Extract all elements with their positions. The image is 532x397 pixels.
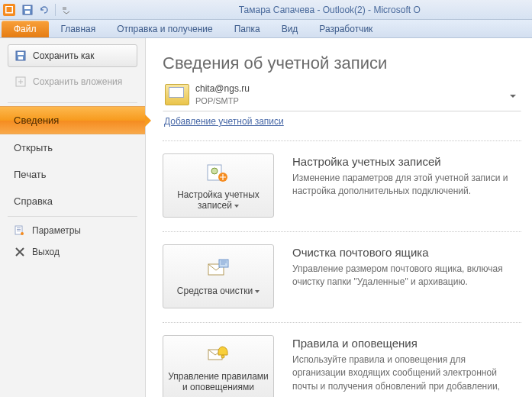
section-description: Изменение параметров для этой учетной за…: [292, 172, 521, 198]
svg-point-18: [221, 355, 224, 358]
rules-icon: [205, 344, 231, 366]
dropdown-caret-icon: [255, 290, 260, 293]
cleanup-tools-button[interactable]: Средства очистки: [163, 244, 274, 308]
svg-point-11: [21, 232, 24, 235]
account-text: chita@ngs.ru POP/SMTP: [195, 83, 250, 106]
title-bar: Тамара Сапачева - Outlook(2) - Microsoft…: [0, 0, 532, 20]
section-divider-1: [163, 140, 521, 141]
tab-file[interactable]: Файл: [2, 21, 49, 37]
qat-divider: [55, 4, 56, 16]
svg-rect-4: [18, 52, 24, 55]
attachment-icon: [15, 76, 27, 88]
options-label: Параметры: [32, 225, 81, 236]
section-title: Очистка почтового ящика: [292, 246, 521, 259]
section-divider-2: [163, 231, 521, 232]
sidebar-item-help[interactable]: Справка: [0, 188, 145, 215]
chevron-down-icon: [60, 4, 73, 16]
tab-home[interactable]: Главная: [50, 20, 107, 37]
backstage-view: Сохранить как Сохранить вложения Сведени…: [0, 38, 532, 397]
section-description: Используйте правила и оповещения для орг…: [292, 353, 521, 397]
svg-point-13: [211, 168, 218, 174]
svg-rect-9: [17, 229, 21, 230]
exit-icon: [14, 246, 26, 258]
section-rules: Управление правилами и оповещениями Прав…: [163, 335, 521, 397]
sidebar-item-print[interactable]: Печать: [0, 161, 145, 188]
window-title: Тамара Сапачева - Outlook(2) - Microsoft…: [239, 5, 421, 15]
svg-rect-16: [219, 260, 228, 267]
save-as-label: Сохранить как: [33, 50, 94, 61]
account-settings-icon: [205, 162, 231, 185]
options-icon: [14, 224, 26, 237]
undo-icon: [38, 4, 50, 16]
cleanup-icon: [205, 258, 231, 281]
tab-view[interactable]: Вид: [271, 20, 309, 37]
sidebar-divider-1: [8, 102, 137, 103]
exit-label: Выход: [32, 247, 60, 257]
account-settings-button[interactable]: Настройка учетных записей: [163, 153, 274, 218]
svg-rect-2: [25, 11, 30, 14]
outlook-app-icon: [3, 4, 15, 16]
qat-undo-button[interactable]: [37, 2, 52, 18]
tab-folder[interactable]: Папка: [224, 20, 271, 37]
account-selector[interactable]: chita@ngs.ru POP/SMTP: [163, 81, 521, 111]
page-title: Сведения об учетной записи: [163, 53, 521, 73]
save-icon: [21, 4, 34, 16]
save-attachments-button: Сохранить вложения: [8, 70, 137, 93]
dropdown-caret-icon: [234, 205, 239, 208]
ribbon-tabs: Файл Главная Отправка и получение Папка …: [0, 20, 532, 38]
account-email: chita@ngs.ru: [195, 83, 250, 95]
account-protocol: POP/SMTP: [195, 95, 250, 106]
section-account-settings: Настройка учетных записей Настройка учет…: [163, 153, 521, 218]
backstage-content: Сведения об учетной записи chita@ngs.ru …: [146, 38, 532, 397]
backstage-sidebar: Сохранить как Сохранить вложения Сведени…: [0, 38, 146, 397]
qat-customize-button[interactable]: [59, 2, 74, 18]
account-settings-button-label: Настройка учетных записей: [168, 189, 269, 211]
account-folder-icon: [165, 84, 189, 105]
save-attachments-label: Сохранить вложения: [33, 76, 122, 87]
section-description: Управление размером почтового ящика, вкл…: [292, 263, 521, 289]
save-as-icon: [15, 50, 27, 62]
add-account-link[interactable]: Добавление учетной записи: [164, 116, 284, 127]
save-as-button[interactable]: Сохранить как: [8, 44, 137, 67]
rules-button-label: Управление правилами и оповещениями: [168, 371, 269, 392]
sidebar-item-info[interactable]: Сведения: [0, 106, 145, 134]
tab-developer[interactable]: Разработчик: [308, 20, 383, 37]
svg-rect-10: [17, 231, 21, 231]
svg-rect-5: [18, 56, 23, 60]
section-cleanup: Средства очистки Очистка почтового ящика…: [163, 244, 521, 308]
sidebar-item-options[interactable]: Параметры: [0, 220, 145, 241]
rules-alerts-button[interactable]: Управление правилами и оповещениями: [163, 335, 274, 397]
quick-access-toolbar: [3, 2, 74, 18]
section-title: Правила и оповещения: [292, 337, 521, 350]
sidebar-divider-2: [8, 216, 137, 217]
qat-save-button[interactable]: [20, 2, 35, 18]
cleanup-button-label: Средства очистки: [177, 286, 260, 296]
svg-rect-8: [17, 228, 21, 228]
sidebar-item-open[interactable]: Открыть: [0, 134, 145, 161]
section-title: Настройка учетных записей: [292, 155, 521, 168]
sidebar-item-exit[interactable]: Выход: [0, 241, 145, 263]
section-divider-3: [163, 322, 521, 323]
svg-rect-1: [24, 6, 31, 9]
tab-send-receive[interactable]: Отправка и получение: [106, 20, 223, 37]
chevron-down-icon: [510, 95, 516, 98]
